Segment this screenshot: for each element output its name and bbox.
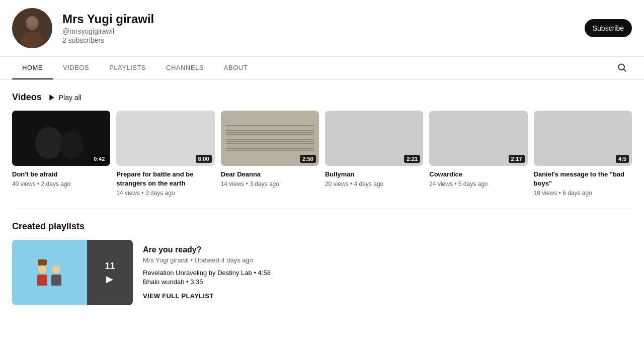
video-meta-1: 40 views • 2 days ago	[12, 180, 110, 188]
play-all-label: Play all	[59, 94, 82, 102]
playlist-track-1: Revelation Unraveling by Destiny Lab • 4…	[143, 269, 271, 277]
playlist-track-2: Bhalo wundah • 3:35	[143, 278, 271, 286]
video-meta-5: 24 views • 5 days ago	[429, 180, 527, 188]
video-title-1: Don't be afraid	[12, 170, 110, 179]
playlist-title: Are you ready?	[143, 245, 271, 254]
video-duration-1: 0:42	[91, 155, 107, 163]
video-card-1[interactable]: 0:42 Don't be afraid 40 views • 2 days a…	[12, 111, 110, 197]
video-meta-3: 14 views • 3 days ago	[221, 180, 319, 188]
head-2	[52, 265, 60, 274]
hat	[38, 259, 47, 265]
video-duration-2: 8:00	[196, 155, 212, 163]
video-card-4[interactable]: 2:21 Bullyman 20 views • 4 days ago	[325, 111, 423, 197]
body-2	[51, 275, 61, 286]
playlist-queue-icon: ▶	[106, 274, 113, 285]
person-figure-2	[51, 265, 61, 286]
video-meta-4: 20 views • 4 days ago	[325, 180, 423, 188]
section-divider	[12, 209, 632, 209]
tab-about[interactable]: ABOUT	[214, 57, 258, 79]
video-duration-3: 2:50	[300, 155, 316, 163]
video-card-2[interactable]: 8:00 Prepare for battle and be strangers…	[116, 111, 214, 197]
head	[38, 265, 46, 274]
video-title-4: Bullyman	[325, 170, 423, 179]
video-thumbnail-5: 2:17	[429, 111, 527, 166]
svg-point-8	[35, 127, 63, 159]
play-icon	[48, 94, 56, 102]
svg-line-5	[624, 69, 626, 72]
playlist-count-overlay: 11 ▶	[87, 240, 133, 305]
playlist-thumb-left	[12, 240, 87, 305]
svg-point-4	[618, 64, 624, 70]
tab-home[interactable]: HOME	[12, 57, 53, 79]
person-figure-1	[37, 259, 47, 286]
video-title-3: Dear Deanna	[221, 170, 319, 179]
subscriber-count: 2 subscribers	[62, 36, 154, 44]
channel-info: Mrs Yugi girawil @mrsyugigirawil 2 subsc…	[62, 12, 154, 44]
channel-nav: HOME VIDEOS PLAYLISTS CHANNELS ABOUT	[0, 57, 644, 80]
video-thumbnail-2: 8:00	[116, 111, 214, 166]
video-thumbnail-1: 0:42	[12, 111, 110, 166]
videos-section-title: Videos	[12, 92, 42, 103]
video-meta-2: 14 views • 3 days ago	[116, 190, 214, 197]
video-card-6[interactable]: 4:5 Daniel's message to the "bad boys" 1…	[534, 111, 632, 197]
play-all-button[interactable]: Play all	[48, 94, 82, 102]
video-thumbnail-6: 4:5	[534, 111, 632, 166]
video-card-5[interactable]: 2:17 Cowardice 24 views • 5 days ago	[429, 111, 527, 197]
playlist-info: Are you ready? Mrs Yugi girawil • Update…	[143, 240, 271, 305]
video-card-3[interactable]: 2:50 Dear Deanna 14 views • 3 days ago	[221, 111, 319, 197]
videos-row: 0:42 Don't be afraid 40 views • 2 days a…	[12, 111, 632, 197]
tab-channels[interactable]: CHANNELS	[156, 57, 214, 79]
video-title-2: Prepare for battle and be strangers on t…	[116, 170, 214, 188]
video-title-5: Cowardice	[429, 170, 527, 179]
playlists-section-title: Created playlists	[12, 221, 85, 232]
playlist-channel: Mrs Yugi girawil • Updated 4 days ago	[143, 256, 271, 264]
channel-name: Mrs Yugi girawil	[62, 12, 154, 26]
video-title-6: Daniel's message to the "bad boys"	[534, 170, 632, 188]
view-full-playlist-link[interactable]: VIEW FULL PLAYLIST	[143, 292, 271, 300]
playlist-card[interactable]: 11 ▶ Are you ready? Mrs Yugi girawil • U…	[12, 240, 632, 305]
subscribe-button[interactable]: Subscribe	[585, 19, 632, 37]
svg-marker-6	[49, 95, 54, 101]
channel-handle: @mrsyugigirawil	[62, 27, 154, 35]
tab-videos[interactable]: VIDEOS	[53, 57, 99, 79]
video-duration-5: 2:17	[509, 155, 525, 163]
playlists-section-header: Created playlists	[12, 221, 632, 232]
playlist-thumbnail: 11 ▶	[12, 240, 133, 305]
video-thumbnail-3: 2:50	[221, 111, 319, 166]
figure-group	[37, 259, 61, 286]
body	[37, 275, 47, 286]
avatar	[12, 8, 52, 48]
channel-header: Mrs Yugi girawil @mrsyugigirawil 2 subsc…	[0, 0, 644, 57]
video-meta-6: 18 views • 6 days ago	[534, 190, 632, 197]
video-duration-4: 2:21	[404, 155, 420, 163]
main-content: Videos Play all 0:42 Don't be afraid 40	[0, 80, 644, 317]
svg-point-9	[60, 131, 84, 159]
video-thumbnail-4: 2:21	[325, 111, 423, 166]
tab-playlists[interactable]: PLAYLISTS	[99, 57, 156, 79]
search-icon[interactable]	[612, 57, 632, 79]
svg-point-3	[27, 17, 37, 27]
playlist-count: 11	[105, 261, 115, 272]
video-duration-6: 4:5	[616, 155, 629, 163]
videos-section-header: Videos Play all	[12, 92, 632, 103]
